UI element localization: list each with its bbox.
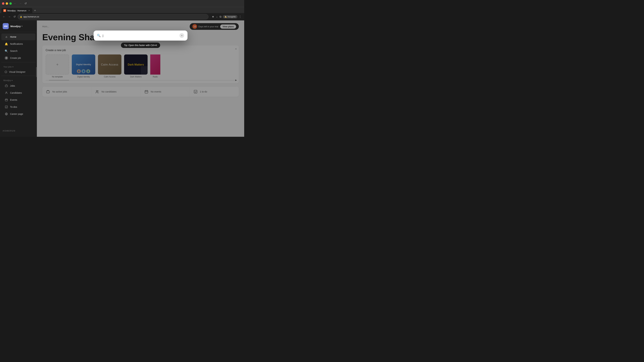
search-overlay: 🔍 × Tip: Open this faster with Ctrl+K: [37, 20, 244, 137]
search-modal-icon: 🔍: [97, 34, 100, 37]
sidebar-item-label: Visual Designer: [9, 70, 26, 73]
sidebar-item-visual-designer[interactable]: Visual Designer: [1, 69, 36, 75]
svg-point-1: [6, 92, 7, 93]
bell-icon: 🔔: [5, 42, 8, 45]
incognito-icon: 🕵: [224, 15, 227, 18]
jobs-icon: [5, 84, 8, 87]
sidebar-footer: HOMERUN: [0, 128, 37, 134]
forward-nav-button[interactable]: →: [8, 14, 12, 19]
avatar: MM: [3, 23, 9, 29]
globe-icon: [5, 112, 8, 116]
sidebar-item-label: Career page: [10, 113, 23, 115]
candidates-icon: [5, 91, 8, 94]
sidebar-item-todos[interactable]: To-dos: [1, 104, 36, 110]
sidebar: MM Moodjoy ▾ ⌂ Home 🔔 Notifications 🔍 Se…: [0, 20, 37, 137]
toolbar-icons: ★ ↓ ⧉ 🕵 Incognito ⋮: [211, 14, 242, 19]
new-tab-button[interactable]: +: [33, 8, 37, 13]
search-icon: 🔍: [5, 49, 8, 53]
sidebar-item-career-page[interactable]: Career page: [1, 111, 36, 117]
sidebar-item-label: Candidates: [10, 91, 22, 94]
job-icon: [5, 71, 7, 73]
sidebar-item-jobs[interactable]: Jobs: [1, 82, 36, 89]
url-text: app.homerun.co: [23, 15, 206, 18]
plus-icon: +: [5, 56, 8, 60]
moodjoy-section[interactable]: Moodjoy ▾: [0, 77, 37, 82]
svg-rect-0: [5, 85, 8, 87]
main-content: Hom... 15 Days left in your trial View p…: [37, 20, 244, 137]
close-tab-button[interactable]: ×: [28, 9, 30, 12]
bookmark-button[interactable]: ★: [211, 14, 215, 19]
svg-rect-2: [5, 99, 8, 101]
split-view-button[interactable]: ⧉: [219, 14, 222, 19]
svg-rect-3: [5, 106, 8, 108]
your-jobs-section[interactable]: Your jobs ▾: [0, 64, 37, 69]
sidebar-item-notifications[interactable]: 🔔 Notifications: [1, 40, 36, 47]
sidebar-item-label: Create job: [10, 57, 21, 59]
tab-bar: M Moodjoy · Homerun × +: [0, 7, 244, 13]
tab-favicon: M: [3, 9, 6, 12]
address-bar-row: ← → ↺ 🔒 app.homerun.co ★ ↓ ⧉ 🕵 Incognito…: [0, 13, 244, 20]
chevron-down-icon: ▾: [12, 79, 12, 82]
app-container: MM Moodjoy ▾ ⌂ Home 🔔 Notifications 🔍 Se…: [0, 20, 244, 137]
security-icon: 🔒: [20, 15, 22, 18]
forward-button[interactable]: →: [18, 1, 22, 6]
sidebar-divider: [1, 62, 36, 62]
search-input-row: 🔍 ×: [94, 30, 188, 40]
sidebar-item-home[interactable]: ⌂ Home: [1, 33, 36, 40]
back-button[interactable]: ←: [13, 1, 17, 6]
sidebar-scrollbar[interactable]: [36, 67, 37, 77]
sidebar-item-create-job[interactable]: + Create job: [1, 55, 36, 61]
search-clear-button[interactable]: ×: [180, 33, 184, 38]
address-bar[interactable]: 🔒 app.homerun.co: [18, 14, 208, 19]
company-name: Moodjoy ▾: [10, 25, 22, 28]
back-nav-button[interactable]: ←: [2, 14, 6, 19]
maximize-window-btn[interactable]: +: [10, 2, 12, 5]
menu-button[interactable]: ⋮: [238, 14, 242, 19]
sidebar-item-label: Home: [10, 35, 16, 38]
incognito-badge: 🕵 Incognito: [223, 15, 238, 18]
todos-icon: [5, 105, 8, 109]
sidebar-item-label: Events: [10, 98, 17, 101]
close-window-btn[interactable]: ×: [2, 2, 4, 5]
search-tooltip: Tip: Open this faster with Ctrl+K: [121, 42, 160, 48]
download-button[interactable]: ↓: [216, 14, 218, 19]
sidebar-logo-section[interactable]: MM Moodjoy ▾: [0, 23, 37, 32]
sidebar-item-search[interactable]: 🔍 Search: [1, 48, 36, 54]
incognito-label: Incognito: [228, 15, 236, 18]
browser-chrome: × − + ← → ↺: [0, 0, 244, 7]
active-tab[interactable]: M Moodjoy · Homerun ×: [1, 8, 32, 13]
sidebar-item-candidates[interactable]: Candidates: [1, 89, 36, 96]
sidebar-item-label: Notifications: [10, 42, 23, 45]
tab-title: Moodjoy · Homerun: [8, 9, 26, 12]
minimize-window-btn[interactable]: −: [6, 2, 8, 5]
sidebar-item-events[interactable]: Events: [1, 96, 36, 103]
reload-button[interactable]: ↺: [24, 1, 27, 6]
window-controls: × − +: [2, 2, 12, 5]
search-input[interactable]: [103, 34, 178, 37]
search-modal: 🔍 ×: [94, 30, 188, 40]
sidebar-item-label: Search: [10, 50, 18, 52]
reload-nav-button[interactable]: ↺: [13, 14, 16, 19]
sidebar-divider-2: [1, 76, 36, 76]
sidebar-item-label: Jobs: [10, 84, 15, 87]
events-icon: [5, 98, 8, 102]
chevron-down-icon: ▾: [22, 25, 22, 27]
homerun-logo: HOMERUN: [3, 130, 34, 132]
sidebar-item-label: To-dos: [10, 106, 17, 108]
home-icon: ⌂: [5, 35, 8, 38]
chevron-down-icon: ▾: [12, 66, 14, 68]
